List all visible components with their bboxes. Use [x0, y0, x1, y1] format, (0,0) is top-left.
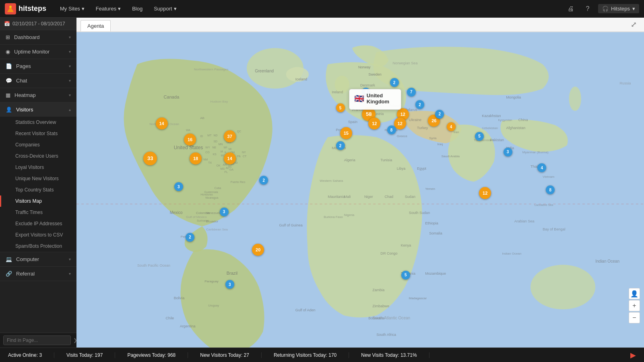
find-toggle-button[interactable]: ❯: [73, 337, 76, 343]
sidebar-sub-spam-bots[interactable]: Spam/Bots Protection: [0, 241, 76, 252]
sidebar-section-uptime: ◉ Uptime Monitor ▾: [0, 45, 76, 59]
svg-text:Nicaragua: Nicaragua: [205, 196, 218, 200]
svg-text:MN: MN: [219, 143, 223, 146]
heatmap-icon: ▦: [6, 92, 10, 98]
marker-iran[interactable]: 4: [447, 122, 456, 131]
sidebar-sub-loyal-visitors[interactable]: Loyal Visitors: [0, 162, 76, 173]
marker-romania[interactable]: 12: [394, 117, 406, 130]
marker-brazil[interactable]: 20: [252, 244, 264, 256]
sidebar-sub-top-country[interactable]: Top Country Stats: [0, 184, 76, 195]
sidebar-sub-recent-visitor-stats[interactable]: Recent Visitor Stats: [0, 128, 76, 139]
referral-icon: 🔗: [6, 271, 12, 277]
sidebar-sub-unique-new[interactable]: Unique New Visitors: [0, 173, 76, 184]
sidebar-item-uptime[interactable]: ◉ Uptime Monitor ▾: [0, 45, 76, 59]
logo[interactable]: hitsteps: [5, 3, 46, 14]
marker-colombia[interactable]: 3: [220, 208, 229, 216]
marker-south-africa[interactable]: 5: [401, 271, 410, 280]
map-zoom-in[interactable]: +: [629, 300, 640, 311]
sidebar-sub-visitors-map[interactable]: Visitors Map: [0, 195, 76, 207]
tab-agenta[interactable]: Agenta: [80, 20, 111, 31]
marker-us-nw[interactable]: 14: [156, 117, 168, 130]
help-button[interactable]: ?: [581, 2, 594, 15]
nav-features[interactable]: Features ▾: [90, 0, 126, 18]
top-nav: hitsteps My Sites ▾ Features ▾ Blog Supp…: [0, 0, 644, 18]
sidebar-item-dashboard[interactable]: ⊞ Dashboard ▾: [0, 30, 76, 44]
svg-text:Nigeria: Nigeria: [344, 213, 355, 217]
marker-spain[interactable]: 15: [340, 127, 352, 139]
marker-belarus[interactable]: 2: [415, 100, 424, 109]
marker-india-s[interactable]: 12: [479, 187, 491, 199]
svg-text:Honduras: Honduras: [200, 193, 213, 196]
marker-us-se[interactable]: 14: [224, 152, 236, 165]
sidebar-section-visitors: 👤 Visitors ▴ Statistics Overview Recent …: [0, 103, 76, 252]
marker-us-mid1[interactable]: 16: [184, 134, 196, 146]
marker-us-mid2[interactable]: 37: [224, 130, 236, 142]
nav-mysites[interactable]: My Sites ▾: [54, 0, 90, 18]
marker-norway[interactable]: 4: [361, 88, 370, 97]
marker-argentina[interactable]: 3: [225, 280, 234, 289]
status-visits-today: Visits Today: 197: [54, 352, 115, 358]
marker-india-ne[interactable]: 3: [504, 148, 512, 156]
svg-text:Tunisia: Tunisia: [380, 158, 392, 162]
nav-support[interactable]: Support ▾: [148, 0, 182, 18]
find-in-page-input[interactable]: [3, 335, 71, 345]
svg-text:Norwegian Sea: Norwegian Sea: [393, 61, 418, 65]
marker-russia-e[interactable]: 2: [435, 110, 444, 119]
svg-text:Sweden: Sweden: [368, 72, 382, 76]
marker-se-asia[interactable]: 4: [537, 163, 546, 172]
svg-text:Somalia: Somalia: [429, 231, 443, 235]
marker-us-west[interactable]: 33: [143, 152, 157, 165]
status-arrow-right[interactable]: ▶: [630, 351, 636, 360]
print-button[interactable]: 🖨: [564, 2, 577, 15]
svg-text:Argentina: Argentina: [180, 324, 196, 328]
marker-uk[interactable]: 5: [336, 103, 345, 112]
sidebar-item-computer[interactable]: 💻 Computer ▾: [0, 252, 76, 266]
sidebar-sub-traffic-times[interactable]: Traffic Times: [0, 207, 76, 218]
svg-text:Arabian Sea: Arabian Sea: [514, 219, 535, 223]
svg-point-5: [530, 265, 595, 309]
marker-peru[interactable]: 2: [186, 233, 194, 242]
date-range-picker[interactable]: 📅 02/10/2017 - 08/10/2017: [0, 18, 76, 30]
sidebar-sub-cross-device[interactable]: Cross-Device Users: [0, 150, 76, 162]
svg-text:South Sudan: South Sudan: [409, 211, 430, 215]
svg-text:MT: MT: [207, 134, 212, 137]
nav-blog[interactable]: Blog: [126, 0, 148, 18]
chevron-icon: ▾: [69, 64, 71, 68]
user-menu[interactable]: 🎧 Hitsteps ▾: [598, 4, 639, 13]
marker-india-nw[interactable]: 5: [475, 132, 484, 141]
svg-text:United States: United States: [174, 145, 203, 150]
marker-carib[interactable]: 2: [259, 176, 268, 185]
pages-icon: 📄: [6, 63, 12, 69]
svg-text:Sudan: Sudan: [405, 195, 415, 199]
sidebar-item-referral[interactable]: 🔗 Referral ▾: [0, 267, 76, 281]
fullscreen-button[interactable]: ⤢: [627, 19, 640, 30]
sidebar-item-pages[interactable]: 📄 Pages ▾: [0, 59, 76, 73]
sidebar-sub-export-csv[interactable]: Export Visitors to CSV: [0, 229, 76, 241]
svg-text:Iceland: Iceland: [295, 77, 307, 81]
marker-morocco[interactable]: 2: [336, 141, 345, 150]
marker-malaysia[interactable]: 8: [546, 185, 555, 194]
marker-us-mid3[interactable]: 18: [190, 152, 202, 165]
chevron-icon: ▾: [69, 93, 71, 97]
sidebar-sub-companies[interactable]: Companies: [0, 139, 76, 150]
map-person-icon[interactable]: 👤: [629, 288, 640, 299]
marker-finland[interactable]: 2: [390, 78, 399, 87]
svg-text:AB: AB: [200, 116, 204, 120]
svg-text:Caribbean Sea: Caribbean Sea: [206, 228, 228, 231]
sidebar-item-visitors[interactable]: 👤 Visitors ▴: [0, 103, 76, 117]
marker-sweden[interactable]: 7: [407, 88, 416, 97]
svg-text:Mongolia: Mongolia: [506, 95, 522, 99]
marker-greece[interactable]: 8: [387, 125, 396, 134]
sidebar-item-heatmap[interactable]: ▦ Heatmap ▾: [0, 88, 76, 102]
map-zoom-out[interactable]: −: [629, 312, 640, 323]
marker-italy[interactable]: 12: [368, 117, 380, 130]
svg-text:SD: SD: [213, 140, 217, 143]
svg-text:Cuba: Cuba: [214, 187, 221, 189]
sidebar-item-chat[interactable]: 💬 Chat ▾: [0, 74, 76, 88]
sidebar-sub-exclude-ip[interactable]: Exclude IP Addresses: [0, 218, 76, 229]
sidebar-sub-statistics-overview[interactable]: Statistics Overview: [0, 117, 76, 128]
sidebar-section-chat: 💬 Chat ▾: [0, 74, 76, 88]
marker-us-ne[interactable]: 3: [174, 182, 183, 191]
svg-text:Western Sahara: Western Sahara: [320, 179, 343, 183]
svg-text:ND: ND: [213, 134, 217, 137]
